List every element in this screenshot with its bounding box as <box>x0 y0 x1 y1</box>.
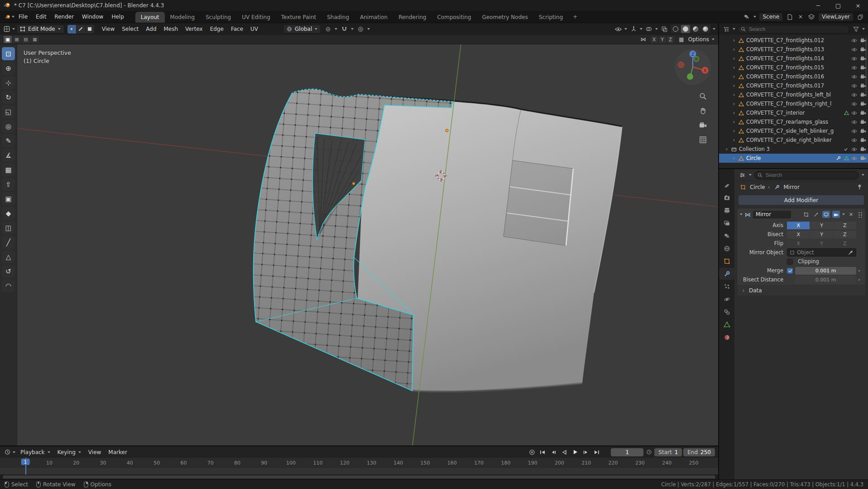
jump-to-end-button[interactable] <box>592 448 602 456</box>
workspace-tab[interactable]: Layout <box>135 12 165 23</box>
outliner-row[interactable]: › CORVETTE_C7_interior <box>719 108 868 117</box>
disable-render-icon[interactable] <box>860 129 866 133</box>
pan-hand-icon[interactable] <box>697 105 708 116</box>
workspace-tab[interactable]: Scripting <box>533 12 568 23</box>
axis-toggle-button[interactable]: Y <box>810 222 833 229</box>
add-workspace-button[interactable]: + <box>568 12 582 22</box>
workspace-tab[interactable]: Rendering <box>393 12 432 23</box>
navigation-gizmo[interactable]: Z X <box>674 48 712 86</box>
properties-tab-render[interactable] <box>719 192 734 203</box>
xray-toggle-icon[interactable] <box>660 25 668 33</box>
outliner-row[interactable]: › CORVETTE_C7_frontlights.015 <box>719 63 868 72</box>
timeline-body[interactable]: 1020304050607080901001101201301401501601… <box>0 458 718 479</box>
expand-arrow-icon[interactable]: › <box>732 155 736 161</box>
outliner-row[interactable]: › Collection 3 <box>719 145 868 154</box>
object-visibility-icon[interactable] <box>614 25 622 33</box>
viewport-3d[interactable]: ⊡⊕⊹↻◱◎✎∡▦⇧▣◆◫╱△↺◠ User Perspective (1) C… <box>0 44 718 445</box>
workspace-tab[interactable]: Animation <box>355 12 393 23</box>
jump-to-start-button[interactable] <box>537 448 547 456</box>
tool-poly-build[interactable]: △ <box>2 250 15 263</box>
menu-item[interactable]: File <box>14 12 32 21</box>
pin-icon[interactable] <box>855 183 863 191</box>
mirror-object-field[interactable]: Object <box>787 248 856 257</box>
expand-arrow-icon[interactable]: › <box>732 46 736 53</box>
timeline-scrollbar[interactable] <box>0 474 718 479</box>
display-realtime-icon[interactable] <box>822 211 830 218</box>
outliner-row[interactable]: › CORVETTE_C7_frontlights.012 <box>719 36 868 45</box>
bisect-distance-field[interactable]: 0.001 m <box>795 276 856 284</box>
properties-search-input[interactable] <box>754 171 859 179</box>
mirror-axis-toggle[interactable]: Z <box>667 36 674 43</box>
flip-toggle-button[interactable]: Z <box>834 240 856 247</box>
workspace-tab[interactable]: Compositing <box>432 12 476 23</box>
outliner-row[interactable]: › CORVETTE_C7_frontlights_right_l <box>719 99 868 108</box>
shading-wireframe-icon[interactable] <box>671 25 680 33</box>
proportional-edit-icon[interactable] <box>356 25 364 33</box>
hide-eye-icon[interactable] <box>851 147 857 151</box>
hide-eye-icon[interactable] <box>851 48 857 52</box>
disable-render-icon[interactable] <box>860 111 866 115</box>
expand-arrow-icon[interactable]: › <box>732 37 736 44</box>
outliner-row[interactable]: › CORVETTE_C7_frontlights.017 <box>719 81 868 90</box>
timeline-ruler[interactable]: 1020304050607080901001101201301401501601… <box>0 458 718 468</box>
expand-arrow-icon[interactable]: › <box>732 82 736 89</box>
viewport-menu-item[interactable]: UV <box>247 25 262 33</box>
mirror-axis-toggle[interactable]: X <box>651 36 658 43</box>
outliner-row[interactable]: › CORVETTE_C7_frontlights.014 <box>719 54 868 63</box>
viewport-canvas[interactable] <box>0 44 718 445</box>
clipping-checkbox[interactable] <box>787 259 793 265</box>
pivot-point-icon[interactable] <box>324 25 332 33</box>
outliner-row[interactable]: › CORVETTE_C7_frontlights.013 <box>719 45 868 54</box>
expand-arrow-icon[interactable]: › <box>732 110 736 116</box>
timeline-editor-icon[interactable] <box>3 448 11 456</box>
tool-measure[interactable]: ∡ <box>2 149 15 162</box>
workspace-tab[interactable]: Modeling <box>165 12 201 23</box>
axis-toggle-button[interactable]: X <box>787 222 810 229</box>
properties-tab-world[interactable] <box>719 242 734 254</box>
tool-annotate[interactable]: ✎ <box>2 134 15 147</box>
bisect-toggle-button[interactable]: X <box>787 231 810 238</box>
bisect-toggle-button[interactable]: Z <box>834 231 856 238</box>
workspace-tab[interactable]: Geometry Nodes <box>477 12 533 23</box>
auto-keying-icon[interactable] <box>528 448 536 456</box>
mirror-axis-toggle[interactable]: Y <box>659 36 666 43</box>
frame-start-field[interactable]: Start1 <box>654 448 682 456</box>
play-button[interactable] <box>570 448 580 456</box>
viewport-menu-item[interactable]: Mesh <box>160 25 182 33</box>
use-preview-range-icon[interactable] <box>645 448 653 456</box>
workspace-tab[interactable]: Sculpting <box>200 12 236 23</box>
merge-threshold-field[interactable]: 0.001 m <box>795 267 856 275</box>
filter-funnel-icon[interactable] <box>852 25 860 33</box>
expand-arrow-icon[interactable]: › <box>724 146 729 152</box>
menu-item[interactable]: Edit <box>32 12 50 21</box>
next-keyframe-button[interactable] <box>581 448 591 456</box>
hide-eye-icon[interactable] <box>851 102 857 106</box>
tool-move[interactable]: ⊹ <box>2 76 15 89</box>
viewport-menu-item[interactable]: Select <box>118 25 142 33</box>
properties-tab-object-data[interactable] <box>719 319 734 330</box>
display-edit-mode-icon[interactable] <box>812 211 820 218</box>
viewport-menu-item[interactable]: View <box>98 25 118 33</box>
data-subpanel[interactable]: › Data <box>737 285 865 295</box>
properties-tab-modifiers[interactable] <box>719 268 734 280</box>
breadcrumb-modifier-name[interactable]: Mirror <box>784 184 800 190</box>
select-mode-subtract[interactable]: ⊟ <box>22 36 30 43</box>
tool-bevel[interactable]: ◆ <box>2 207 15 220</box>
select-mode-set[interactable]: ▣ <box>4 36 12 43</box>
mode-dropdown[interactable]: Edit Mode <box>16 24 64 34</box>
modifier-drag-handle[interactable] <box>858 212 863 218</box>
add-modifier-button[interactable]: Add Modifier <box>738 195 864 205</box>
tool-smooth[interactable]: ◠ <box>2 279 15 292</box>
collection-checkbox[interactable] <box>843 147 848 152</box>
camera-view-icon[interactable] <box>697 120 708 131</box>
tool-knife[interactable]: ╱ <box>2 236 15 249</box>
expand-arrow-icon[interactable]: › <box>732 119 736 125</box>
properties-tab-particles[interactable] <box>719 281 734 292</box>
tool-scale[interactable]: ◱ <box>2 105 15 118</box>
menu-item[interactable]: Window <box>78 12 107 21</box>
expand-arrow-icon[interactable]: › <box>732 92 736 98</box>
tool-tweak-select[interactable]: ⊡ <box>2 47 15 60</box>
orientation-dropdown[interactable]: Global <box>283 24 321 34</box>
prev-keyframe-button[interactable] <box>548 448 558 456</box>
maximize-button[interactable]: ▢ <box>828 0 848 11</box>
